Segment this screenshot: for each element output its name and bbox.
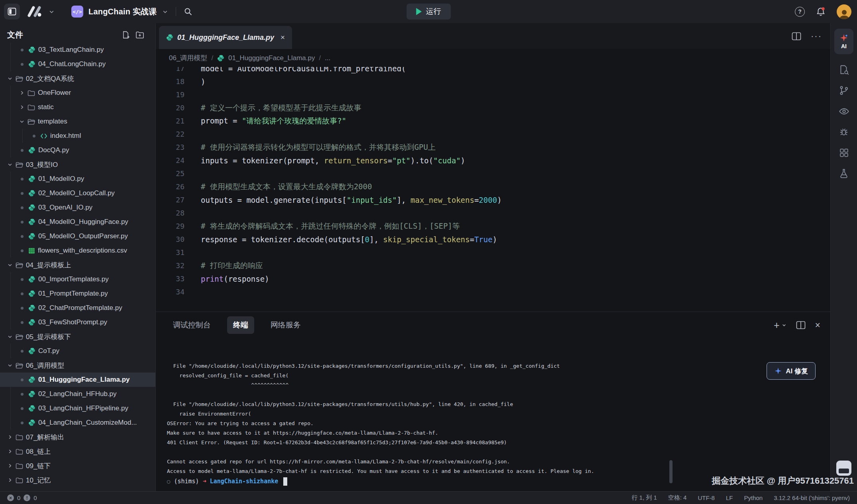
tree-file-item[interactable]: index.html	[0, 129, 155, 143]
code-line[interactable]: 21prompt = "请给我讲个玫瑰的爱情故事?"	[156, 114, 831, 127]
split-panel-icon[interactable]	[796, 321, 806, 329]
tree-folder-item[interactable]: 05_提示模板下	[0, 329, 155, 344]
chevron-right-icon[interactable]	[19, 104, 25, 110]
chevron-right-icon[interactable]	[7, 477, 13, 483]
tree-folder-item[interactable]: 07_解析输出	[0, 430, 155, 444]
status-item[interactable]: 行 1, 列 1	[631, 494, 657, 502]
status-item[interactable]: 空格: 4	[668, 494, 687, 502]
tree-folder-item[interactable]: 06_调用模型	[0, 358, 155, 373]
code-line[interactable]: 23# 使用分词器将提示转化为模型可以理解的格式，并将其移动到GPU上	[156, 141, 831, 154]
code-line[interactable]: 17model = AutoModelForCausalLM.from_pret…	[156, 67, 831, 75]
help-icon[interactable]: ?	[795, 7, 805, 17]
status-item[interactable]: Python	[744, 494, 763, 501]
tree-folder-item[interactable]: static	[0, 100, 155, 114]
code-line[interactable]: 31	[156, 246, 831, 259]
debug-bug-icon[interactable]	[839, 127, 849, 137]
tree-folder-item[interactable]: OneFlower	[0, 86, 155, 100]
more-actions-icon[interactable]: ···	[811, 31, 822, 41]
status-item[interactable]: UTF-8	[698, 494, 715, 501]
chevron-right-icon[interactable]	[19, 90, 25, 96]
panel-tab-active[interactable]: 终端	[227, 316, 254, 334]
chevron-down-icon[interactable]	[7, 262, 13, 268]
tree-file-item[interactable]: 01_HugggingFace_Llama.py	[0, 373, 155, 387]
breadcrumb-item[interactable]: 01_HugggingFace_Llama.py	[228, 54, 315, 62]
chevron-right-icon[interactable]	[7, 434, 13, 440]
editor-tab[interactable]: 01_HugggingFace_Llama.py ×	[159, 26, 292, 49]
chevron-right-icon[interactable]	[7, 449, 13, 454]
tree-folder-item[interactable]: 04_提示模板上	[0, 258, 155, 272]
code-line[interactable]: 33print(response)	[156, 272, 831, 285]
tree-file-item[interactable]: 03_FewShotPrompt.py	[0, 315, 155, 329]
project-chevron-down-icon[interactable]	[162, 9, 168, 15]
tree-file-item[interactable]: 04_ModelIO_HuggingFace.py	[0, 215, 155, 229]
code-line[interactable]: 28	[156, 206, 831, 220]
tree-file-item[interactable]: 03_OpenAI_IO.py	[0, 200, 155, 215]
tree-file-item[interactable]: 01_ModelIO.py	[0, 172, 155, 186]
tree-file-item[interactable]: 02_LangChain_HFHub.py	[0, 387, 155, 401]
code-line[interactable]: 26# 使用模型生成文本，设置最大生成令牌数为2000	[156, 180, 831, 193]
panel-toggle-icon[interactable]	[836, 461, 851, 476]
new-folder-icon[interactable]	[135, 31, 144, 39]
chevron-down-icon[interactable]	[7, 162, 13, 167]
code-editor[interactable]: 17model = AutoModelForCausalLM.from_pret…	[156, 67, 831, 312]
tree-file-item[interactable]: 03_LangChain_HFPipeline.py	[0, 401, 155, 416]
tree-file-item[interactable]: CoT.py	[0, 344, 155, 358]
new-terminal-button[interactable]: +	[774, 320, 786, 330]
code-line[interactable]: 24inputs = tokenizer(prompt, return_tens…	[156, 154, 831, 167]
tree-file-item[interactable]: 01_PromptTemplate.py	[0, 286, 155, 301]
breadcrumb-item[interactable]: ...	[325, 54, 330, 62]
code-line[interactable]: 25	[156, 167, 831, 180]
tree-file-item[interactable]: 04_LangChain_CustomizeMod...	[0, 416, 155, 430]
sidebar-toggle-button[interactable]	[4, 4, 20, 20]
chevron-down-icon[interactable]	[19, 119, 25, 124]
tree-folder-item[interactable]: 10_记忆	[0, 473, 155, 487]
chevron-down-icon[interactable]	[7, 76, 13, 81]
chevron-right-icon[interactable]	[7, 463, 13, 469]
eye-icon[interactable]	[839, 106, 849, 117]
tree-file-item[interactable]: 00_ImportTemplates.py	[0, 272, 155, 286]
tree-file-item[interactable]: 04_ChatLongChain.py	[0, 57, 155, 71]
chevron-down-icon[interactable]	[7, 363, 13, 368]
code-line[interactable]: 34	[156, 285, 831, 298]
flask-icon[interactable]	[839, 168, 849, 178]
git-branch-icon[interactable]	[839, 85, 849, 96]
tree-file-item[interactable]: 02_ChatPromptTemplate.py	[0, 301, 155, 315]
new-file-icon[interactable]	[122, 31, 130, 39]
problems-status[interactable]: × 0 ! 0	[7, 494, 37, 501]
ai-assistant-button[interactable]: AI	[834, 29, 853, 54]
close-panel-icon[interactable]: ×	[815, 320, 820, 331]
terminal-output[interactable]: File "/home/cloudide/.local/lib/python3.…	[156, 338, 831, 486]
panel-tab-item[interactable]: 调试控制台	[167, 316, 217, 334]
tree-file-item[interactable]: 05_ModelIO_OutputParser.py	[0, 229, 155, 243]
chevron-down-icon[interactable]	[49, 9, 55, 15]
code-line[interactable]: 29# 将生成的令牌解码成文本，并跳过任何特殊的令牌，例如[CLS]，[SEP]…	[156, 220, 831, 233]
tab-close-icon[interactable]: ×	[280, 33, 285, 42]
tree-folder-item[interactable]: 03_模型IO	[0, 157, 155, 172]
notifications-bell-icon[interactable]	[816, 6, 826, 17]
split-editor-icon[interactable]	[792, 32, 801, 41]
terminal-scrollbar-thumb[interactable]	[669, 460, 673, 483]
chevron-down-icon[interactable]	[7, 334, 13, 339]
code-line[interactable]: 27outputs = model.generate(inputs["input…	[156, 193, 831, 206]
ai-fix-button[interactable]: AI 修复	[767, 362, 816, 380]
tree-file-item[interactable]: 02_ModelIO_LoopCall.py	[0, 186, 155, 200]
status-item[interactable]: LF	[726, 494, 733, 501]
search-icon[interactable]	[184, 7, 192, 16]
file-search-icon[interactable]	[839, 65, 849, 75]
tree-folder-item[interactable]: 02_文档QA系统	[0, 71, 155, 86]
tree-file-item[interactable]: flowers_with_descriptions.csv	[0, 243, 155, 258]
run-button[interactable]: 运行	[406, 4, 451, 20]
extensions-grid-icon[interactable]	[839, 148, 849, 158]
code-line[interactable]: 22	[156, 127, 831, 141]
code-line[interactable]: 18)	[156, 75, 831, 88]
code-line[interactable]: 19	[156, 88, 831, 101]
code-line[interactable]: 20# 定义一个提示，希望模型基于此提示生成故事	[156, 101, 831, 114]
user-avatar[interactable]	[837, 4, 851, 19]
panel-tab-item[interactable]: 网络服务	[265, 316, 307, 334]
app-logo[interactable]	[25, 5, 43, 18]
tree-folder-item[interactable]: 09_链下	[0, 459, 155, 473]
tree-file-item[interactable]: DocQA.py	[0, 143, 155, 157]
tree-folder-item[interactable]: 08_链上	[0, 444, 155, 459]
tree-file-item[interactable]: 03_TextLangChain.py	[0, 43, 155, 57]
tree-folder-item[interactable]: templates	[0, 114, 155, 129]
